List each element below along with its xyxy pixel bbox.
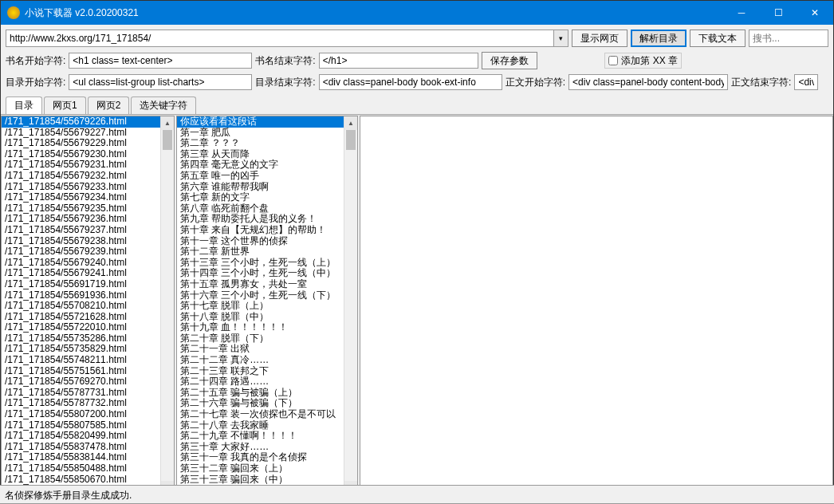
list-item[interactable]: 你应该看看这段话 [177, 116, 357, 128]
search-input[interactable] [749, 30, 828, 47]
list-item[interactable]: /171_171854/55735829.html [2, 344, 174, 355]
list-item[interactable]: 第二十一章 出狱 [177, 344, 357, 355]
body-start-input[interactable] [568, 74, 728, 90]
list-item[interactable]: 第八章 临死前翻个盘 [177, 203, 357, 215]
list-item[interactable]: 第二十五章 骗与被骗（上） [177, 388, 357, 399]
list-item[interactable]: /171_171854/55850488.html [2, 463, 174, 474]
list-item[interactable]: /171_171854/55787732.html [2, 398, 174, 409]
body-end-input[interactable] [794, 74, 818, 90]
list-item[interactable]: /171_171854/55807585.html [2, 420, 174, 431]
maximize-button[interactable]: ☐ [760, 1, 797, 25]
add-xx-checkbox[interactable] [608, 56, 618, 65]
list-item[interactable]: 第十六章 三个小时，生死一线（下） [177, 290, 357, 301]
list-item[interactable]: 第三十二章 骗回来（上） [177, 463, 357, 474]
chapter-list-scrollbar[interactable]: ▲ ▼ [344, 116, 357, 494]
list-item[interactable]: /171_171854/55679239.html [2, 246, 174, 258]
list-item[interactable]: 第十九章 血！！！！！！ [177, 322, 357, 333]
list-item[interactable]: 第二十三章 联邦之下 [177, 366, 357, 377]
url-combobox[interactable] [6, 30, 568, 47]
list-item[interactable]: 第三十章 大家好…… [177, 442, 357, 453]
scroll-thumb[interactable] [346, 130, 356, 150]
tab-keywords[interactable]: 选关键字符 [131, 96, 196, 114]
list-item[interactable]: 第二十九章 不懂啊！！！！ [177, 431, 357, 442]
scroll-up-icon[interactable]: ▲ [161, 116, 174, 130]
list-item[interactable]: 第二十八章 去我家睡 [177, 420, 357, 431]
list-item[interactable]: /171_171854/55679229.html [2, 138, 174, 149]
list-item[interactable]: 第九章 帮助委托人是我的义务！ [177, 214, 357, 225]
list-item[interactable]: 第三十三章 骗回来（中） [177, 474, 357, 486]
list-item[interactable]: 第十二章 新世界 [177, 246, 357, 258]
list-item[interactable]: 第二十四章 路遇…… [177, 376, 357, 388]
list-item[interactable]: /171_171854/55679227.html [2, 128, 174, 139]
list-item[interactable]: /171_171854/55751561.html [2, 366, 174, 377]
scroll-up-icon[interactable]: ▲ [344, 116, 357, 130]
list-item[interactable]: 第二十六章 骗与被骗（下） [177, 398, 357, 409]
list-item[interactable]: 第一章 肥瓜 [177, 128, 357, 139]
list-item[interactable]: /171_171854/55679232.html [2, 171, 174, 182]
list-item[interactable]: 第四章 毫无意义的文字 [177, 159, 357, 171]
dir-end-input[interactable] [319, 74, 502, 90]
minimize-button[interactable]: ─ [723, 1, 760, 25]
list-item[interactable]: /171_171854/55850670.html [2, 474, 174, 486]
list-item[interactable]: /171_171854/55679231.html [2, 159, 174, 171]
close-button[interactable]: ✕ [797, 1, 833, 25]
list-item[interactable]: 第二十章 脱罪（下） [177, 333, 357, 345]
list-item[interactable]: 第二十七章 装一次侦探也不是不可以 [177, 409, 357, 420]
url-dropdown-icon[interactable] [554, 30, 568, 47]
list-item[interactable]: 第七章 新的文字 [177, 192, 357, 203]
list-item[interactable]: 第三十一章 我真的是个名侦探 [177, 452, 357, 463]
list-item[interactable]: /171_171854/55679235.html [2, 203, 174, 215]
tab-web2[interactable]: 网页2 [88, 96, 130, 114]
show-webpage-button[interactable]: 显示网页 [572, 30, 627, 47]
list-item[interactable]: /171_171854/55820499.html [2, 431, 174, 442]
download-text-button[interactable]: 下载文本 [690, 30, 745, 47]
list-item[interactable]: /171_171854/55708210.html [2, 301, 174, 312]
url-list[interactable]: /171_171854/55679226.html/171_171854/556… [1, 116, 175, 495]
url-list-scrollbar[interactable]: ▲ ▼ [160, 116, 174, 494]
list-item[interactable]: /171_171854/55679241.html [2, 268, 174, 279]
list-item[interactable]: 第十三章 三个小时，生死一线（上） [177, 258, 357, 269]
tab-web1[interactable]: 网页1 [44, 96, 86, 114]
list-item[interactable]: /171_171854/55679238.html [2, 236, 174, 247]
list-item[interactable]: 第十七章 脱罪（上） [177, 301, 357, 312]
list-item[interactable]: /171_171854/55691719.html [2, 279, 174, 290]
list-item[interactable]: /171_171854/55807200.html [2, 409, 174, 420]
list-item[interactable]: /171_171854/55679237.html [2, 225, 174, 236]
list-item[interactable]: /171_171854/55679240.html [2, 258, 174, 269]
list-item[interactable]: /171_171854/55787731.html [2, 388, 174, 399]
list-item[interactable]: 第二十二章 真冷…… [177, 355, 357, 366]
list-item[interactable]: /171_171854/55837478.html [2, 442, 174, 453]
add-xx-checkbox-wrap[interactable]: 添加第 XX 章 [604, 53, 682, 69]
title-end-label: 书名结束字符: [255, 54, 315, 68]
list-item[interactable]: /171_171854/55679230.html [2, 149, 174, 160]
title-end-input[interactable] [319, 53, 478, 69]
list-item[interactable]: /171_171854/55769270.html [2, 376, 174, 388]
list-item[interactable]: /171_171854/55735286.html [2, 333, 174, 345]
list-item[interactable]: /171_171854/55748211.html [2, 355, 174, 366]
save-params-button[interactable]: 保存参数 [482, 52, 537, 69]
list-item[interactable]: 第三章 从天而降 [177, 149, 357, 160]
list-item[interactable]: /171_171854/55838144.html [2, 452, 174, 463]
list-item[interactable]: 第十章 来自【无规幻想】的帮助！ [177, 225, 357, 236]
list-item[interactable]: /171_171854/55679226.html [2, 116, 174, 128]
list-item[interactable]: /171_171854/55679234.html [2, 192, 174, 203]
tab-toc[interactable]: 目录 [6, 96, 42, 114]
list-item[interactable]: 第十一章 这个世界的侦探 [177, 236, 357, 247]
list-item[interactable]: /171_171854/55691936.html [2, 290, 174, 301]
list-item[interactable]: 第十五章 孤男寡女，共处一室 [177, 279, 357, 290]
list-item[interactable]: /171_171854/55721628.html [2, 312, 174, 323]
list-item[interactable]: /171_171854/55722010.html [2, 322, 174, 333]
list-item[interactable]: 第十八章 脱罪（中） [177, 312, 357, 323]
list-item[interactable]: 第五章 唯一的凶手 [177, 171, 357, 182]
scroll-thumb[interactable] [163, 130, 172, 150]
chapter-list[interactable]: 你应该看看这段话第一章 肥瓜第二章 ？？？第三章 从天而降第四章 毫无意义的文字… [176, 116, 358, 495]
url-input[interactable] [6, 30, 554, 47]
dir-start-input[interactable] [69, 74, 252, 90]
list-item[interactable]: /171_171854/55679233.html [2, 182, 174, 193]
title-start-input[interactable] [69, 53, 252, 69]
list-item[interactable]: 第十四章 三个小时，生死一线（中） [177, 268, 357, 279]
list-item[interactable]: 第六章 谁能帮帮我啊 [177, 182, 357, 193]
list-item[interactable]: 第二章 ？？？ [177, 138, 357, 149]
parse-toc-button[interactable]: 解析目录 [631, 30, 686, 47]
list-item[interactable]: /171_171854/55679236.html [2, 214, 174, 225]
